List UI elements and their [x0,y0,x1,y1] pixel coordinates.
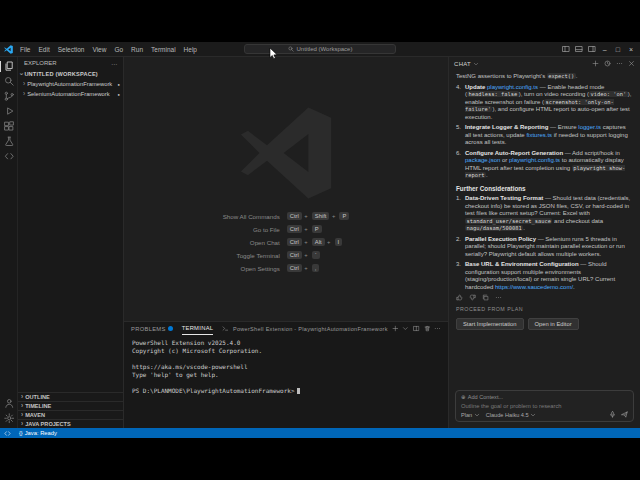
terminal-line [132,355,448,363]
chat-action-buttons: Start Implementation Open in Editor [456,318,633,330]
new-terminal-icon[interactable] [392,325,399,332]
remote-explorer[interactable] [0,149,18,164]
maximize-button[interactable]: □ [614,46,622,53]
chat-more-icon[interactable] [616,60,623,67]
source-control[interactable] [0,89,18,104]
shortcut-keys: CtrlAltI [287,238,350,246]
menu-item[interactable]: Run [127,46,147,53]
tab-terminal[interactable]: TERMINAL [182,322,214,335]
shortcut-label: Show All Commands [223,213,280,220]
add-context-label: Add Context... [468,394,503,400]
explorer[interactable] [0,59,18,74]
terminal-output[interactable]: PowerShell Extension v2025.4.0Copyright … [124,335,448,428]
chat-action-button[interactable]: Start Implementation [456,318,524,330]
circle-plus-icon: ⊕ [461,394,466,400]
shortcut-keys: Ctrl, [287,264,350,272]
search[interactable] [0,74,18,89]
inline-link[interactable]: https://www.saucedemo.com/ [495,284,573,290]
java-status[interactable]: {} Java: Ready [19,430,57,436]
chat-history-icon[interactable] [604,60,611,67]
sidebar-section[interactable]: › MAVEN [18,410,123,419]
inline-link[interactable]: playwright.config.ts [509,157,560,163]
thumbs-up-icon[interactable] [456,294,463,301]
folder-name: PlaywrightAutomationFramework [27,81,115,87]
terminal-session-label[interactable]: PowerShell Extension - PlaywrightAutomat… [233,326,388,332]
inline-link[interactable]: playwright.config.ts [487,84,538,90]
thumbs-down-icon[interactable] [469,294,476,301]
menu-item[interactable]: Go [110,46,127,53]
chat-paragraph: TestNG assertions to Playwright's expect… [456,73,633,81]
kill-terminal-icon[interactable] [424,325,431,332]
tree-item[interactable]: › SeleniumAutomationFramework ● [18,89,123,99]
model-selector[interactable]: Claude Haiku 4.5 [486,412,536,418]
sidebar-section[interactable]: › TIMELINE [18,401,123,410]
settings[interactable] [0,411,18,426]
split-terminal-icon[interactable] [413,325,420,332]
minimize-button[interactable]: – [601,46,609,53]
chat-list-item: 6. Configure Auto-Report Generation — Ad… [456,150,633,180]
chevron-down-icon[interactable] [402,325,409,332]
text-segment: . [573,284,575,290]
keycap: Ctrl [287,225,302,233]
command-center[interactable]: Untitled (Workspace) [244,44,396,54]
toggle-panel-icon[interactable] [575,45,583,53]
new-chat-icon[interactable] [592,60,599,67]
send-icon[interactable] [621,411,628,418]
status-bar: {} Java: Ready [0,428,640,438]
chat-composer[interactable]: ⊕ Add Context... Outline the goal or pro… [455,390,634,422]
model-label: Claude Haiku 4.5 [486,412,529,418]
list-item-text: Parallel Execution Policy — Selenium run… [465,236,633,259]
toggle-sidebar-icon[interactable] [562,45,570,53]
testing[interactable] [0,134,18,149]
shortcut-label: Toggle Terminal [223,252,280,259]
menu-item[interactable]: File [16,46,34,53]
copy-icon[interactable] [482,294,489,301]
chevron-down-icon[interactable] [473,61,479,67]
shortcut-label: Go to File [223,226,280,233]
inline-link[interactable]: package.json [465,157,500,163]
explorer-sidebar: EXPLORER ⋯ › UNTITLED (WORKSPACE) › Play… [18,57,124,428]
sidebar-section[interactable]: › JAVA PROJECTS [18,419,123,428]
menu-item[interactable]: Terminal [147,46,180,53]
text-segment: Update [465,84,487,90]
bottom-panel: PROBLEMS TERMINAL PowerShell Extension -… [124,321,448,428]
menu-item[interactable]: Selection [54,46,89,53]
chat-panel: CHAT TestNG assertions to Playwright's e… [448,57,640,428]
menu-item[interactable]: Edit [34,46,53,53]
text-segment: . [486,172,488,178]
add-context-button[interactable]: ⊕ Add Context... [461,394,628,400]
chevron-right-icon: › [23,81,25,88]
toggle-secondary-sidebar-icon[interactable] [588,45,596,53]
feedback-more-icon[interactable] [495,294,502,301]
tree-item[interactable]: › PlaywrightAutomationFramework ● [18,79,123,89]
composer-controls: Plan Claude Haiku 4.5 [461,411,628,418]
menu-item[interactable]: View [88,46,110,53]
editor-column: Show All Commands CtrlShiftP Go to File … [124,57,448,428]
menu-bar: FileEditSelectionViewGoRunTerminalHelp [16,46,201,53]
chat-close-icon[interactable] [628,60,635,67]
mode-selector[interactable]: Plan [461,412,480,418]
chat-input-placeholder[interactable]: Outline the goal or problem to research [461,403,628,409]
sidebar-section[interactable]: › OUTLINE [18,392,123,401]
inline-link[interactable]: logger.ts [578,124,601,130]
close-button[interactable]: × [627,46,635,53]
menu-item[interactable]: Help [180,46,201,53]
accounts[interactable] [0,396,18,411]
inline-link[interactable]: fixtures.ts [526,132,552,138]
sidebar-section-label: TIMELINE [25,403,51,409]
remote-indicator[interactable] [4,430,11,437]
keycap: P [339,212,349,220]
chat-action-button[interactable]: Open in Editor [528,318,579,330]
search-icon [288,46,294,52]
panel-more-icon[interactable] [434,325,441,332]
extensions[interactable] [0,119,18,134]
workspace-section-header[interactable]: › UNTITLED (WORKSPACE) [18,69,123,79]
editor-area[interactable]: Show All Commands CtrlShiftP Go to File … [124,57,448,321]
keycap: Alt [312,238,325,246]
explorer-actions-icon[interactable]: ⋯ [111,60,117,67]
tab-problems[interactable]: PROBLEMS [131,322,173,335]
keycap: P [312,225,322,233]
explorer-tree: › PlaywrightAutomationFramework ● › Sele… [18,79,123,99]
run-and-debug[interactable] [0,104,18,119]
microphone-icon[interactable] [609,411,616,418]
